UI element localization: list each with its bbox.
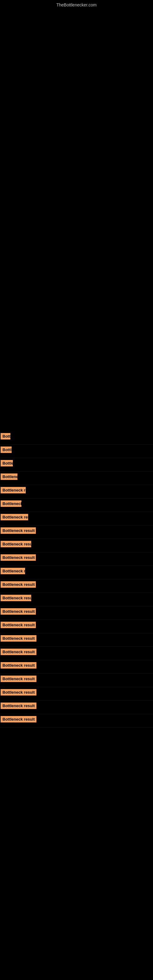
bottleneck-row: Bottleneck result xyxy=(0,660,153,674)
site-title: TheBottlenecker.com xyxy=(0,0,153,9)
bottleneck-row: Bottleneck result xyxy=(0,499,153,512)
bottleneck-result-badge: Bottleneck result xyxy=(1,635,37,641)
bottleneck-row: Bottleneck result xyxy=(0,539,153,552)
bottleneck-row: Bottleneck result xyxy=(0,714,153,728)
bottleneck-row: Bottleneck result xyxy=(0,472,153,485)
bottleneck-result-badge: Bottleneck result xyxy=(1,581,36,588)
bottleneck-result-badge: Bottleneck result xyxy=(1,474,18,480)
bottleneck-row: Bottleneck result xyxy=(0,525,153,539)
bottleneck-row: Bottleneck result xyxy=(0,620,153,633)
bottleneck-row: Bottleneck result xyxy=(0,566,153,579)
bottleneck-result-badge: Bottleneck result xyxy=(1,460,13,466)
bottleneck-row: Bottleneck result xyxy=(0,485,153,499)
bottleneck-result-badge: Bottleneck result xyxy=(1,541,31,547)
bottleneck-result-badge: Bottleneck result xyxy=(1,676,37,682)
bottleneck-row: Bottleneck result xyxy=(0,431,153,445)
bottleneck-result-badge: Bottleneck result xyxy=(1,703,37,709)
bottleneck-row: Bottleneck result xyxy=(0,647,153,660)
bottleneck-result-badge: Bottleneck result xyxy=(1,649,37,655)
bottleneck-row: Bottleneck result xyxy=(0,579,153,593)
bottleneck-row: Bottleneck result xyxy=(0,445,153,458)
bottleneck-result-badge: Bottleneck result xyxy=(1,595,31,601)
bottleneck-result-badge: Bottleneck result xyxy=(1,487,26,493)
bottleneck-result-badge: Bottleneck result xyxy=(1,608,36,615)
bottleneck-result-badge: Bottleneck result xyxy=(1,527,36,534)
bottleneck-result-badge: Bottleneck result xyxy=(1,554,36,561)
bottleneck-result-badge: Bottleneck result xyxy=(1,433,10,439)
bottleneck-result-badge: Bottleneck result xyxy=(1,689,37,695)
bottleneck-row: Bottleneck result xyxy=(0,512,153,525)
bottleneck-result-badge: Bottleneck result xyxy=(1,622,36,628)
bottleneck-result-badge: Bottleneck result xyxy=(1,514,28,520)
bottleneck-result-badge: Bottleneck result xyxy=(1,716,37,722)
bottleneck-result-badge: Bottleneck result xyxy=(1,662,37,668)
bottleneck-row: Bottleneck result xyxy=(0,552,153,566)
bottleneck-result-badge: Bottleneck result xyxy=(1,500,21,507)
bottleneck-result-badge: Bottleneck result xyxy=(1,568,25,574)
bottleneck-row: Bottleneck result xyxy=(0,593,153,606)
bottleneck-row: Bottleneck result xyxy=(0,674,153,687)
bottleneck-row: Bottleneck result xyxy=(0,606,153,620)
bottleneck-row: Bottleneck result xyxy=(0,701,153,714)
bottleneck-row: Bottleneck result xyxy=(0,458,153,472)
bottleneck-row: Bottleneck result xyxy=(0,687,153,701)
bottleneck-result-badge: Bottleneck result xyxy=(1,447,12,453)
bottleneck-row: Bottleneck result xyxy=(0,633,153,647)
